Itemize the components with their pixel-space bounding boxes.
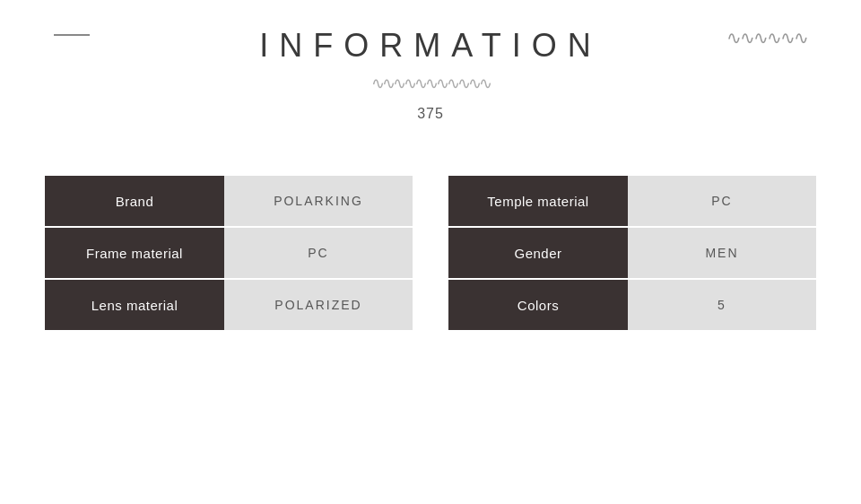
right-column: Temple material PC Gender MEN Colors 5 xyxy=(448,176,816,332)
colors-value: 5 xyxy=(628,280,816,330)
lens-material-value: POLARIZED xyxy=(224,280,413,330)
page-title: INFORMATION xyxy=(259,27,601,65)
brand-value: POLARKING xyxy=(224,176,413,226)
info-grid: Brand POLARKING Frame material PC Lens m… xyxy=(45,176,816,332)
right-wave-icon: ∿∿∿∿∿∿ xyxy=(726,27,807,48)
brand-row: Brand POLARKING xyxy=(45,176,413,226)
colors-label: Colors xyxy=(448,280,628,330)
frame-material-row: Frame material PC xyxy=(45,228,413,278)
gender-row: Gender MEN xyxy=(448,228,816,278)
left-dash-icon xyxy=(54,34,90,36)
header: INFORMATION ∿∿∿∿∿∿ xyxy=(0,0,861,65)
gender-label: Gender xyxy=(448,228,628,278)
temple-material-row: Temple material PC xyxy=(448,176,816,226)
frame-material-value: PC xyxy=(224,228,413,278)
brand-label: Brand xyxy=(45,176,224,226)
lens-material-label: Lens material xyxy=(45,280,224,330)
page-container: INFORMATION ∿∿∿∿∿∿ ∿∿∿∿∿∿∿∿∿∿∿ 375 Brand… xyxy=(0,0,861,504)
lens-material-row: Lens material POLARIZED xyxy=(45,280,413,330)
temple-material-label: Temple material xyxy=(448,176,628,226)
product-number: 375 xyxy=(417,106,444,122)
wave-divider-icon: ∿∿∿∿∿∿∿∿∿∿∿ xyxy=(371,74,490,93)
colors-row: Colors 5 xyxy=(448,280,816,330)
frame-material-label: Frame material xyxy=(45,228,224,278)
left-column: Brand POLARKING Frame material PC Lens m… xyxy=(45,176,413,332)
temple-material-value: PC xyxy=(628,176,816,226)
gender-value: MEN xyxy=(628,228,816,278)
